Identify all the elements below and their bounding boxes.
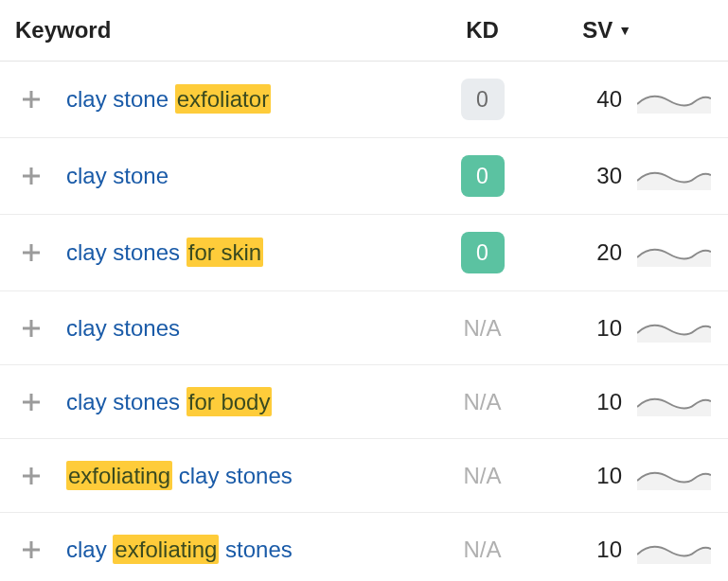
add-keyword-button[interactable] — [17, 536, 45, 564]
highlight: for body — [186, 387, 273, 416]
keyword-link[interactable]: clay stone exfoliator — [66, 84, 271, 114]
kd-cell: N/A — [428, 537, 537, 563]
kd-na: N/A — [463, 463, 501, 489]
kd-cell: N/A — [428, 315, 537, 342]
table-header-row: Keyword KD SV ▼ — [0, 0, 728, 62]
add-keyword-button[interactable] — [17, 85, 45, 114]
kd-cell: 0 — [428, 79, 537, 120]
sparkline — [631, 85, 717, 114]
keyword-cell: clay stones for skin — [66, 239, 428, 266]
keyword-text: clay stones — [172, 463, 293, 488]
kd-badge: 0 — [461, 232, 505, 273]
kd-na: N/A — [463, 537, 501, 563]
sv-cell: 30 — [537, 163, 631, 189]
keyword-text: clay stone — [66, 86, 175, 112]
add-keyword-button[interactable] — [17, 238, 45, 267]
keyword-text: clay stones — [66, 239, 186, 265]
add-keyword-button[interactable] — [17, 462, 45, 490]
table-row: clay stonesN/A10 — [0, 291, 728, 365]
keyword-text: clay stone — [66, 163, 169, 188]
highlight: exfoliating — [66, 461, 172, 490]
highlight: for skin — [186, 238, 263, 267]
sv-cell: 10 — [537, 315, 631, 342]
keyword-cell: clay stone — [66, 163, 428, 189]
kd-cell: 0 — [428, 232, 537, 273]
keyword-link[interactable]: clay stones for body — [66, 387, 272, 416]
add-keyword-button[interactable] — [17, 388, 45, 416]
table-row: clay stone exfoliator040 — [0, 62, 728, 138]
keyword-link[interactable]: clay stone — [66, 163, 169, 188]
sv-cell: 10 — [537, 463, 631, 489]
table-row: clay stones for skin020 — [0, 215, 728, 291]
keyword-text: clay — [66, 537, 113, 562]
keyword-text: clay stones — [66, 315, 180, 341]
sv-cell: 10 — [537, 537, 631, 563]
header-sv-label: SV — [582, 17, 613, 44]
kd-na: N/A — [463, 315, 501, 342]
keyword-link[interactable]: clay stones — [66, 315, 180, 341]
highlight: exfoliator — [175, 84, 271, 114]
sort-desc-icon: ▼ — [618, 23, 631, 38]
kd-badge: 0 — [461, 155, 505, 197]
sv-cell: 10 — [537, 389, 631, 415]
add-keyword-button[interactable] — [17, 162, 45, 190]
sparkline — [631, 462, 717, 490]
highlight: exfoliating — [113, 535, 219, 564]
keyword-table: Keyword KD SV ▼ clay stone exfoliator040… — [0, 0, 728, 581]
sv-cell: 40 — [537, 86, 631, 113]
keyword-link[interactable]: exfoliating clay stones — [66, 461, 293, 490]
keyword-text: clay stones — [66, 389, 186, 414]
sparkline — [631, 536, 717, 564]
table-row: clay stones for bodyN/A10 — [0, 365, 728, 439]
header-sv[interactable]: SV ▼ — [537, 17, 631, 44]
sv-cell: 20 — [537, 239, 631, 266]
table-row: clay exfoliating stonesN/A10 — [0, 513, 728, 581]
keyword-cell: clay exfoliating stones — [66, 537, 428, 563]
kd-cell: N/A — [428, 463, 537, 489]
kd-cell: 0 — [428, 155, 537, 197]
keyword-text: stones — [219, 537, 292, 562]
sparkline — [631, 314, 717, 343]
keyword-cell: clay stones — [66, 315, 428, 342]
table-row: clay stone030 — [0, 138, 728, 215]
table-row: exfoliating clay stonesN/A10 — [0, 439, 728, 513]
kd-na: N/A — [463, 389, 501, 415]
sparkline — [631, 162, 717, 190]
header-keyword[interactable]: Keyword — [15, 17, 428, 44]
kd-badge: 0 — [461, 79, 505, 120]
sparkline — [631, 238, 717, 267]
keyword-link[interactable]: clay stones for skin — [66, 238, 263, 267]
keyword-cell: clay stone exfoliator — [66, 86, 428, 113]
keyword-cell: exfoliating clay stones — [66, 463, 428, 489]
keyword-cell: clay stones for body — [66, 389, 428, 415]
sparkline — [631, 388, 717, 416]
header-kd[interactable]: KD — [428, 17, 537, 44]
add-keyword-button[interactable] — [17, 314, 45, 343]
kd-cell: N/A — [428, 389, 537, 415]
keyword-link[interactable]: clay exfoliating stones — [66, 535, 293, 564]
